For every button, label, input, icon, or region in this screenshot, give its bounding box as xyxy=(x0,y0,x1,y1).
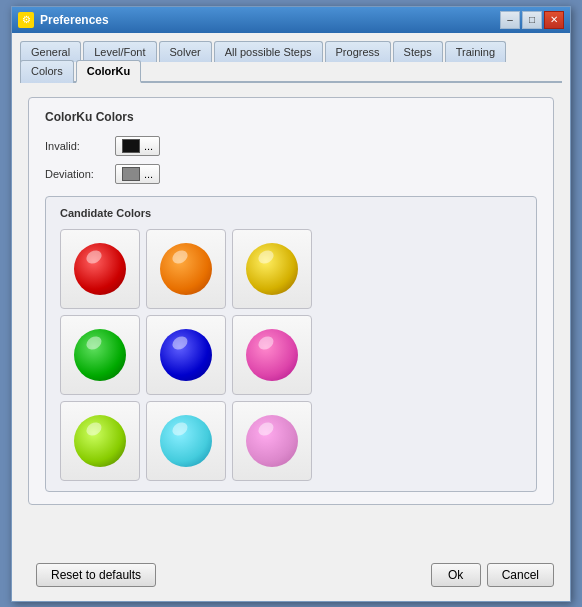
invalid-color-row: Invalid: ... xyxy=(45,136,537,156)
ball-red xyxy=(74,243,126,295)
footer: Reset to defaults Ok Cancel xyxy=(20,553,562,593)
ball-orange xyxy=(160,243,212,295)
ball-cell-orange[interactable] xyxy=(146,229,226,309)
tab-colorku[interactable]: ColorKu xyxy=(76,60,141,83)
ball-pink xyxy=(246,329,298,381)
ball-cyan xyxy=(160,415,212,467)
ball-lime xyxy=(74,415,126,467)
window-body: General Level/Font Solver All possible S… xyxy=(12,33,570,601)
tab-level-font[interactable]: Level/Font xyxy=(83,41,156,62)
ball-cell-blue[interactable] xyxy=(146,315,226,395)
ball-cell-cyan[interactable] xyxy=(146,401,226,481)
app-icon: ⚙ xyxy=(18,12,34,28)
balls-grid xyxy=(60,229,522,481)
tabs-container: General Level/Font Solver All possible S… xyxy=(20,41,562,83)
candidate-title: Candidate Colors xyxy=(60,207,522,219)
ball-cell-green[interactable] xyxy=(60,315,140,395)
deviation-picker-dots: ... xyxy=(144,168,153,180)
ball-cell-yellow[interactable] xyxy=(232,229,312,309)
ok-button[interactable]: Ok xyxy=(431,563,481,587)
reset-defaults-button[interactable]: Reset to defaults xyxy=(36,563,156,587)
title-bar-controls: – □ ✕ xyxy=(500,11,564,29)
ball-cell-lime[interactable] xyxy=(60,401,140,481)
window-title: Preferences xyxy=(40,13,109,27)
invalid-swatch xyxy=(122,139,140,153)
ball-cell-lavender[interactable] xyxy=(232,401,312,481)
tab-general[interactable]: General xyxy=(20,41,81,62)
tab-all-possible-steps[interactable]: All possible Steps xyxy=(214,41,323,62)
tab-solver[interactable]: Solver xyxy=(159,41,212,62)
maximize-button[interactable]: □ xyxy=(522,11,542,29)
ball-cell-pink[interactable] xyxy=(232,315,312,395)
cancel-button[interactable]: Cancel xyxy=(487,563,554,587)
candidate-colors-section: Candidate Colors xyxy=(45,196,537,492)
ball-blue xyxy=(160,329,212,381)
invalid-label: Invalid: xyxy=(45,140,115,152)
tab-steps[interactable]: Steps xyxy=(393,41,443,62)
title-bar-left: ⚙ Preferences xyxy=(18,12,109,28)
deviation-swatch xyxy=(122,167,140,181)
invalid-color-picker[interactable]: ... xyxy=(115,136,160,156)
tab-progress[interactable]: Progress xyxy=(325,41,391,62)
tab-training[interactable]: Training xyxy=(445,41,506,62)
ball-green xyxy=(74,329,126,381)
ball-cell-red[interactable] xyxy=(60,229,140,309)
close-button[interactable]: ✕ xyxy=(544,11,564,29)
minimize-button[interactable]: – xyxy=(500,11,520,29)
preferences-window: ⚙ Preferences – □ ✕ General Level/Font S… xyxy=(11,6,571,602)
deviation-label: Deviation: xyxy=(45,168,115,180)
ball-lavender xyxy=(246,415,298,467)
title-bar: ⚙ Preferences – □ ✕ xyxy=(12,7,570,33)
content-area: ColorKu Colors Invalid: ... Deviation: .… xyxy=(20,93,562,553)
deviation-color-picker[interactable]: ... xyxy=(115,164,160,184)
section-title: ColorKu Colors xyxy=(45,110,537,124)
tab-colors[interactable]: Colors xyxy=(20,60,74,83)
invalid-picker-dots: ... xyxy=(144,140,153,152)
ball-yellow xyxy=(246,243,298,295)
colorku-section: ColorKu Colors Invalid: ... Deviation: .… xyxy=(28,97,554,505)
deviation-color-row: Deviation: ... xyxy=(45,164,537,184)
